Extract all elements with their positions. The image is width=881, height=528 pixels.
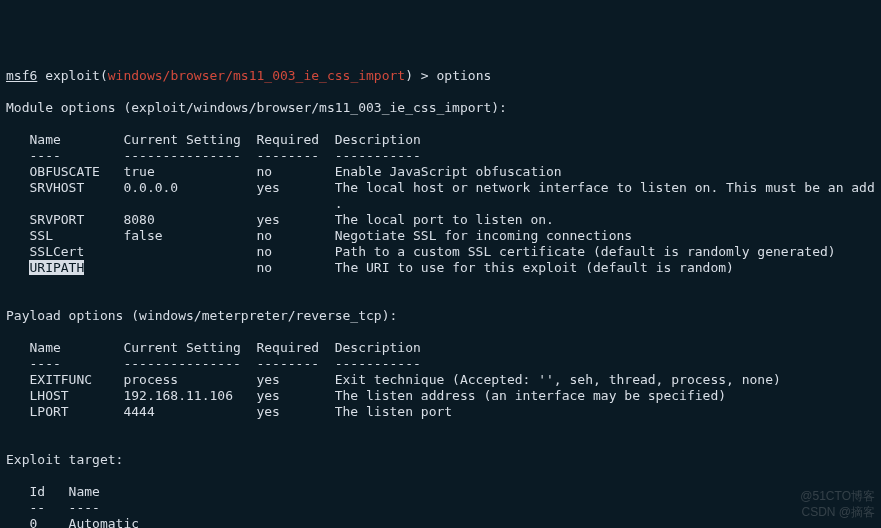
prompt-module: windows/browser/ms11_003_ie_css_import	[108, 68, 405, 83]
payload-options-header: Payload options (windows/meterpreter/rev…	[6, 308, 397, 323]
option-row-uripath: URIPATH	[29, 260, 84, 275]
prompt-suffix: ) >	[405, 68, 436, 83]
exploit-target-header: Exploit target:	[6, 452, 123, 467]
watermark-bottom: CSDN @摘客	[801, 504, 875, 520]
watermark-top: @51CTO博客	[800, 488, 875, 504]
module-options-header: Module options (exploit/windows/browser/…	[6, 100, 507, 115]
command-input[interactable]: options	[437, 68, 492, 83]
prompt-prefix: msf6	[6, 68, 37, 83]
prompt-context: exploit(	[45, 68, 108, 83]
